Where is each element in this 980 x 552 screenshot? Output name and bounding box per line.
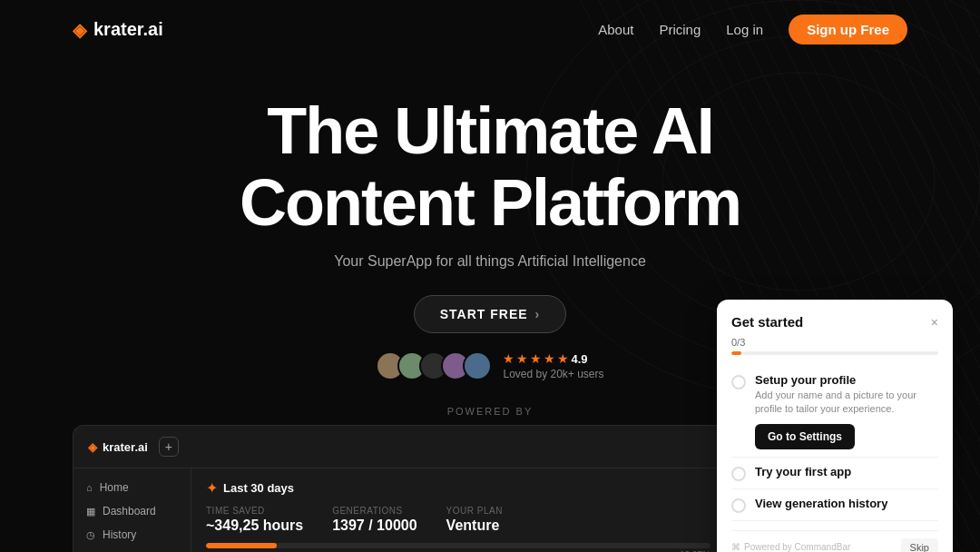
avatar [463,351,492,380]
gs-footer: ⌘ Powered by CommandBar Skip [731,530,938,552]
stat-time-label: TIME SAVED [206,506,303,516]
stat-time-value: ~349,25 hours [206,518,303,534]
gs-item-setup-profile: Setup your profile Add your name and a p… [731,366,938,458]
logo: ◈ krater.ai [73,19,163,41]
dashboard-header: ◈ krater.ai + [74,426,725,468]
gs-item-setup-content: Setup your profile Add your name and a p… [755,373,938,449]
star-3: ★ [530,351,542,366]
star-5: ★ [557,351,569,366]
hero-headline: The Ultimate AI Content Platform [0,95,980,239]
dash-nav-history[interactable]: ◷ History [74,523,191,547]
cta-label: START FREE [440,307,528,321]
logo-icon: ◈ [73,19,86,41]
navigation: ◈ krater.ai About Pricing Log in Sign up… [0,0,980,59]
rating-number: 4.9 [571,352,587,366]
gs-progress-bar [731,351,938,355]
gs-progress-fill [731,351,741,355]
dash-sidebar: ⌂ Home ▦ Dashboard ◷ History ⚙ Settings [74,468,191,552]
rating-subtitle: Loved by 20k+ users [503,368,603,380]
dash-nav-home-label: Home [100,481,129,494]
gs-radio-first-app[interactable] [731,467,746,481]
dash-logo-icon: ◈ [88,440,97,454]
home-icon: ⌂ [86,482,93,493]
gs-close-button[interactable]: × [931,315,938,330]
gs-skip-button[interactable]: Skip [901,538,938,552]
stat-gen-value: 1397 / 10000 [332,518,416,534]
gs-radio-history[interactable] [731,498,746,513]
gs-item-history-title: View generation history [755,497,938,510]
gs-footer-brand: ⌘ Powered by CommandBar [731,542,850,552]
headline-line2: Content Platform [240,166,740,239]
gs-footer-brand-label: Powered by CommandBar [744,542,850,552]
gs-radio-setup[interactable] [731,375,746,389]
gs-settings-button[interactable]: Go to Settings [755,424,855,449]
nav-about[interactable]: About [598,22,633,37]
history-icon: ◷ [86,529,95,541]
nav-links: About Pricing Log in Sign up Free [598,15,907,44]
cta-arrow: › [535,307,541,321]
stat-gen-label: GENERATIONS [332,506,416,516]
dash-logo: ◈ krater.ai [88,440,148,454]
gs-progress: 0/3 [731,337,938,355]
dashboard-preview: ◈ krater.ai + ⌂ Home ▦ Dashboard ◷ Histo… [73,425,726,552]
gs-item-setup-desc: Add your name and a picture to your prof… [755,389,938,417]
get-started-panel: Get started × 0/3 Setup your profile Add… [717,300,953,552]
avatar-group [376,351,492,380]
nav-pricing[interactable]: Pricing [659,22,701,37]
gs-header: Get started × [731,314,938,330]
start-free-button[interactable]: START FREE › [414,295,567,333]
dash-nav-home[interactable]: ⌂ Home [74,476,191,499]
dash-logo-text: krater.ai [103,440,148,454]
gs-item-history-content: View generation history [755,497,938,510]
dashboard-body: ⌂ Home ▦ Dashboard ◷ History ⚙ Settings … [74,468,725,552]
gs-item-first-app-title: Try your first app [755,465,938,478]
dash-main: ✦ Last 30 days TIME SAVED ~349,25 hours … [191,468,725,552]
dash-nav-settings[interactable]: ⚙ Settings [74,547,191,552]
stat-time-saved: TIME SAVED ~349,25 hours [206,506,303,534]
star-4: ★ [544,351,555,366]
dash-stats: TIME SAVED ~349,25 hours GENERATIONS 139… [206,506,710,534]
star-1: ★ [503,351,514,366]
dash-nav-dashboard[interactable]: ▦ Dashboard [74,499,191,523]
logo-text: krater.ai [93,19,163,40]
dash-main-header: ✦ Last 30 days [206,479,710,497]
stat-plan: YOUR PLAN Venture [446,506,503,534]
dash-progress-fill [206,543,277,548]
gs-item-setup-title: Setup your profile [755,373,938,387]
login-button[interactable]: Log in [726,22,763,37]
dashboard-icon: ▦ [86,506,95,518]
stat-generations: GENERATIONS 1397 / 10000 [332,506,416,534]
dash-period-label: Last 30 days [223,481,294,495]
dash-period-icon: ✦ [206,479,218,497]
signup-button[interactable]: Sign up Free [789,15,907,44]
gs-title: Get started [731,314,803,330]
commandbar-icon: ⌘ [731,542,740,552]
dash-nav-dashboard-label: Dashboard [103,505,156,518]
headline-line1: The Ultimate AI [267,94,712,167]
hero-subheadline: Your SuperApp for all things Artificial … [0,253,980,270]
gs-item-history: View generation history [731,489,938,521]
gs-item-first-app: Try your first app [731,458,938,489]
star-2: ★ [516,351,528,366]
stat-plan-label: YOUR PLAN [446,506,503,516]
gs-item-first-app-content: Try your first app [755,465,938,478]
rating-info: ★ ★ ★ ★ ★ 4.9 Loved by 20k+ users [503,351,603,380]
dash-progress-bar [206,543,710,548]
dash-plus-button[interactable]: + [159,437,179,457]
stat-plan-value: Venture [446,518,503,534]
dash-nav-history-label: History [103,528,136,541]
stars: ★ ★ ★ ★ ★ 4.9 [503,351,603,366]
gs-progress-label: 0/3 [731,337,938,348]
